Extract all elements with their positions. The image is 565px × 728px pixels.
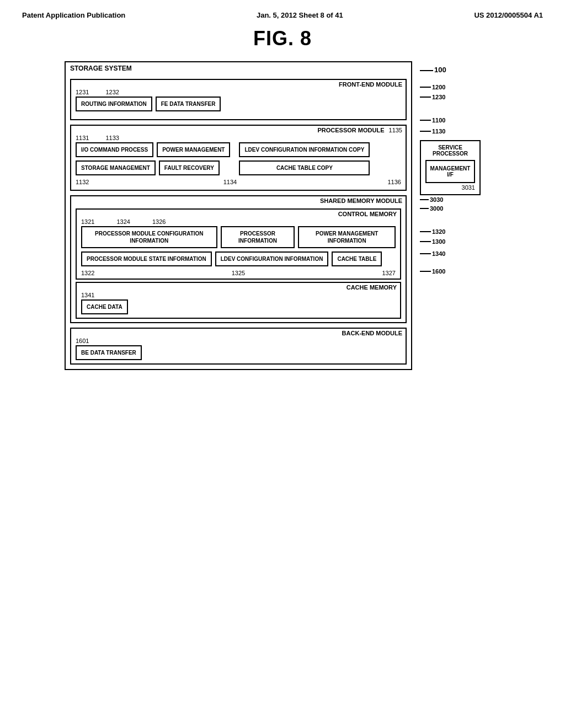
fault-recovery-box: FAULT RECOVERY <box>159 160 220 175</box>
management-if-box: MANAGEMENT I/F <box>425 160 475 183</box>
pm-bottom-number-row: 1132 1134 1136 <box>71 179 406 185</box>
power-management-info-box: POWER MANAGEMENT INFORMATION <box>298 226 396 248</box>
fe-number-row: 1231 1232 <box>71 89 406 97</box>
backend-label: BACK-END MODULE <box>342 330 402 336</box>
processor-info-box: PROCESSOR INFORMATION <box>221 226 295 248</box>
storage-system-label: STORAGE SYSTEM <box>66 62 411 74</box>
sm-num6: 1327 <box>382 270 396 276</box>
sm-num4: 1322 <box>81 270 94 276</box>
ref-1200-label: 1200 <box>432 84 445 90</box>
ref-1600-label: 1600 <box>432 268 445 275</box>
service-processor-outer: SERVICE PROCESSOR MANAGEMENT I/F 3031 <box>420 140 481 195</box>
be-data-transfer-box: BE DATA TRANSFER <box>76 345 142 360</box>
front-end-module: FRONT-END MODULE 1231 1232 ROUTING INFOR… <box>70 79 407 120</box>
ref-1230-label: 1230 <box>432 94 445 100</box>
backend-module: BACK-END MODULE 1601 BE DATA TRANSFER <box>70 328 407 365</box>
backend-inner-ref: 1601 <box>76 338 89 344</box>
header-middle: Jan. 5, 2012 Sheet 8 of 41 <box>257 11 343 19</box>
fe-boxes-row: ROUTING INFORMATION FE DATA TRANSFER <box>71 97 406 115</box>
figure-title: FIG. 8 <box>22 27 543 50</box>
processor-module-state-box: PROCESSOR MODULE STATE INFORMATION <box>81 251 212 266</box>
cache-memory-box: CACHE MEMORY 1341 CACHE DATA <box>76 282 401 319</box>
fe-data-transfer-box: FE DATA TRANSFER <box>156 97 221 111</box>
io-command-process-box: I/O COMMAND PROCESS <box>76 142 153 157</box>
processor-module-config-box: PROCESSOR MODULE CONFIGURATION INFORMATI… <box>81 226 217 248</box>
sm-num3: 1326 <box>152 218 166 225</box>
pm-ref-right: 1136 <box>388 179 401 185</box>
fe-num1: 1231 <box>76 89 89 95</box>
storage-management-box: STORAGE MANAGEMENT <box>76 160 156 175</box>
header-left: Patent Application Publication <box>22 11 125 19</box>
ref-1130-label: 1130 <box>432 128 445 135</box>
ref-1300-label: 1300 <box>432 238 445 245</box>
shared-memory-label: SHARED MEMORY MODULE <box>320 197 402 204</box>
service-processor-label: SERVICE PROCESSOR <box>425 144 475 157</box>
pm-num2: 1133 <box>105 135 119 141</box>
control-memory-label: CONTROL MEMORY <box>77 210 400 218</box>
ldev-config-copy-box: LDEV CONFIGURATION INFORMATION COPY <box>239 142 370 157</box>
cache-data-box: CACHE DATA <box>81 299 128 314</box>
ref-1200: 1200 1230 <box>420 84 500 100</box>
fe-num2: 1232 <box>105 89 119 95</box>
fe-module-label: FRONT-END MODULE <box>339 81 402 88</box>
ref-shared-memory: 1320 1300 <box>420 228 500 245</box>
cache-memory-label: CACHE MEMORY <box>77 283 400 292</box>
right-annotations: 100 1200 1230 1100 <box>412 61 500 370</box>
ref-100-label: 100 <box>434 66 446 74</box>
ref-3030: 3030 <box>420 196 500 203</box>
power-management-box: POWER MANAGEMENT <box>157 142 230 157</box>
ref-1340-label: 1340 <box>432 250 445 257</box>
ref-3000: 3000 <box>420 205 500 212</box>
cache-inner-ref: 1341 <box>81 292 94 298</box>
fe-routing-box: ROUTING INFORMATION <box>76 97 152 111</box>
sm-num1: 1321 <box>81 218 94 225</box>
processor-module: PROCESSOR MODULE 1135 1131 1133 I/O COMM… <box>70 125 407 191</box>
header-right: US 2012/0005504 A1 <box>474 11 543 19</box>
cache-table-copy-box: CACHE TABLE COPY <box>239 160 370 175</box>
sm-num5: 1325 <box>232 270 245 276</box>
service-processor-inner-ref: 3031 <box>425 184 475 191</box>
sm-num2: 1324 <box>116 218 130 225</box>
ref-3000-label: 3000 <box>430 205 443 212</box>
control-memory-box: CONTROL MEMORY 1321 1324 1326 PROCESSOR … <box>76 208 401 280</box>
pm-num4: 1134 <box>223 179 237 185</box>
ref-1100: 1100 1130 <box>420 117 500 135</box>
ref-1600: 1600 <box>420 268 500 275</box>
pm-number-row: 1131 1133 <box>71 135 406 142</box>
page-header: Patent Application Publication Jan. 5, 2… <box>22 11 543 22</box>
processor-module-label: PROCESSOR MODULE <box>318 127 385 133</box>
ref-1340: 1340 <box>420 250 500 257</box>
storage-system-box: STORAGE SYSTEM FRONT-END MODULE 1231 123… <box>65 61 412 370</box>
ldev-config-info-box: LDEV CONFIGURATION INFORMATION <box>215 251 329 266</box>
shared-memory-module: SHARED MEMORY MODULE CONTROL MEMORY 1321… <box>70 195 407 323</box>
processor-module-ref-num: 1135 <box>389 127 402 133</box>
ref-1320-label: 1320 <box>432 228 445 235</box>
pm-num3: 1132 <box>76 179 89 185</box>
ref-100: 100 <box>420 66 500 74</box>
pm-num1: 1131 <box>76 135 89 141</box>
cache-table-box: CACHE TABLE <box>332 251 382 266</box>
ref-1100-label: 1100 <box>432 117 445 124</box>
ref-3030-label: 3030 <box>430 196 443 203</box>
